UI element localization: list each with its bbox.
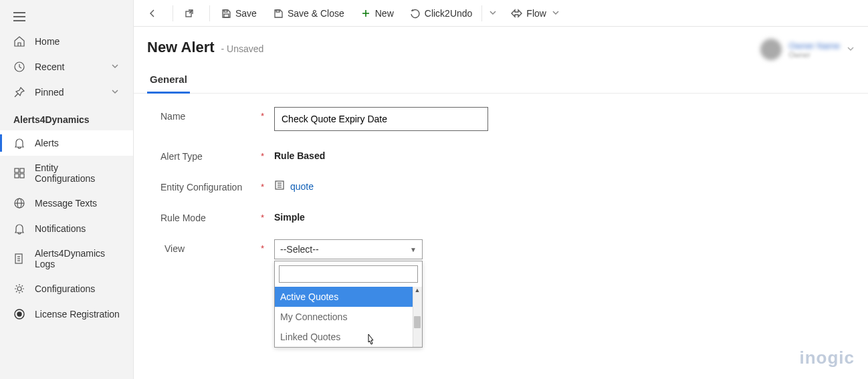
scrollbar-thumb[interactable] [414, 316, 421, 328]
gear-icon [13, 283, 25, 295]
view-option-active-quotes[interactable]: Active Quotes [275, 287, 422, 307]
log-icon [13, 253, 25, 265]
separator [173, 5, 173, 21]
entity-configuration-label: Entity Configuration [160, 178, 261, 193]
sidebar-label-logs: Alerts4Dynamics Logs [35, 248, 120, 269]
view-options-list: ▲ Active Quotes My Connections Linked Qu… [275, 287, 422, 347]
caret-down-icon: ▼ [410, 246, 417, 253]
save-label: Save [235, 8, 257, 19]
separator [481, 5, 482, 21]
command-bar: Save Save & Close New Click2Undo [134, 0, 868, 27]
main-content: Save Save & Close New Click2Undo [134, 0, 868, 379]
page-subtitle: - Unsaved [221, 43, 264, 54]
rule-mode-label: Rule Mode [160, 209, 261, 223]
sidebar-item-logs[interactable]: Alerts4Dynamics Logs [0, 241, 133, 276]
bell-icon [13, 137, 25, 149]
chevron-down-icon [110, 61, 120, 73]
entity-configuration-link[interactable]: quote [290, 181, 314, 192]
svg-point-18 [17, 312, 21, 316]
svg-rect-6 [20, 168, 24, 172]
new-button[interactable]: New [352, 0, 402, 26]
undo-label: Click2Undo [425, 8, 473, 19]
sidebar-item-notifications[interactable]: Notifications [0, 216, 133, 241]
sidebar-label-notifications: Notifications [35, 223, 120, 234]
svg-rect-7 [15, 174, 19, 178]
save-button[interactable]: Save [213, 0, 265, 26]
bell-icon [13, 223, 25, 235]
required-marker: * [261, 147, 274, 161]
sidebar-label-entity-config: Entity Configurations [35, 162, 120, 184]
required-marker: * [261, 107, 274, 121]
save-icon [221, 8, 231, 19]
view-option-my-connections[interactable]: My Connections [275, 307, 422, 327]
owner-name: Owner Name [788, 41, 840, 51]
pin-icon [13, 86, 25, 98]
alert-type-label: Alert Type [160, 147, 261, 162]
sidebar-label-pinned: Pinned [35, 87, 110, 98]
view-select[interactable]: --Select-- ▼ [274, 239, 423, 259]
scroll-up-arrow-icon[interactable]: ▲ [413, 287, 422, 296]
license-icon [13, 308, 25, 320]
flow-button[interactable]: Flow [502, 0, 568, 26]
undo-icon [410, 8, 421, 19]
save-close-button[interactable]: Save & Close [265, 0, 352, 26]
avatar [760, 39, 782, 60]
save-close-label: Save & Close [288, 8, 344, 19]
back-button[interactable] [139, 0, 170, 26]
page-title: New Alert [147, 39, 215, 55]
sidebar-item-entity-configurations[interactable]: Entity Configurations [0, 156, 133, 191]
name-label: Name [160, 107, 261, 122]
sidebar-label-configurations: Configurations [35, 283, 120, 294]
alert-type-value[interactable]: Rule Based [274, 147, 488, 161]
sidebar-item-alerts[interactable]: Alerts [0, 130, 133, 156]
flow-icon [510, 8, 522, 19]
tab-general[interactable]: General [147, 67, 190, 93]
back-arrow-icon [147, 8, 158, 19]
popout-button[interactable] [176, 0, 207, 26]
undo-button[interactable]: Click2Undo [402, 0, 481, 26]
view-select-placeholder: --Select-- [280, 244, 319, 255]
svg-line-4 [15, 94, 18, 97]
grid-icon [13, 167, 25, 179]
chevron-down-icon [110, 87, 120, 98]
required-marker: * [261, 209, 274, 223]
required-marker: * [261, 239, 274, 253]
save-close-icon [273, 8, 284, 19]
sidebar-item-message-texts[interactable]: Message Texts [0, 191, 133, 216]
required-marker: * [261, 178, 274, 192]
owner-widget[interactable]: Owner Name Owner [760, 39, 855, 60]
new-label: New [375, 8, 394, 19]
undo-dropdown-chevron[interactable] [483, 8, 502, 19]
rule-mode-value[interactable]: Simple [274, 209, 488, 223]
sidebar-item-license[interactable]: License Registration [0, 301, 133, 327]
sidebar-label-license: License Registration [35, 309, 120, 320]
sidebar-section-title: Alerts4Dynamics [0, 105, 133, 130]
svg-rect-21 [224, 14, 229, 17]
sidebar-label-home: Home [35, 36, 120, 47]
sidebar-item-recent[interactable]: Recent [0, 54, 133, 80]
scrollbar-track[interactable]: ▲ [413, 287, 422, 347]
globe-icon [13, 197, 25, 209]
sidebar-item-configurations[interactable]: Configurations [0, 276, 133, 301]
sidebar-label-recent: Recent [35, 61, 110, 72]
page-header: New Alert - Unsaved Owner Name Owner [134, 27, 868, 67]
flow-label: Flow [526, 8, 546, 19]
sidebar-item-home[interactable]: Home [0, 29, 133, 54]
chevron-down-icon [552, 8, 560, 19]
sidebar-item-pinned[interactable]: Pinned [0, 80, 133, 105]
view-search-input[interactable] [279, 265, 418, 283]
sidebar-label-message-texts: Message Texts [35, 198, 120, 209]
view-option-linked-quotes[interactable]: Linked Quotes [275, 327, 422, 347]
owner-role: Owner [788, 51, 840, 59]
tabs: General [134, 67, 868, 94]
form: Name * Alert Type * Rule Based Entity Co… [134, 94, 868, 379]
hamburger-menu[interactable] [0, 7, 133, 29]
entity-icon [274, 180, 285, 193]
svg-rect-20 [224, 10, 227, 12]
sidebar-label-alerts: Alerts [35, 138, 120, 148]
name-input[interactable] [274, 107, 488, 131]
clock-icon [13, 61, 25, 73]
svg-rect-8 [20, 174, 24, 178]
popout-icon [184, 8, 195, 19]
home-icon [13, 35, 25, 47]
